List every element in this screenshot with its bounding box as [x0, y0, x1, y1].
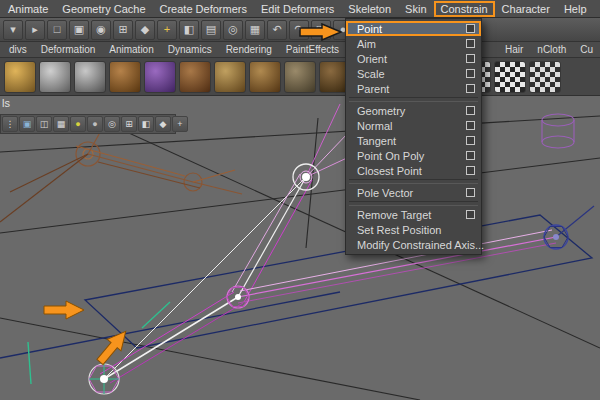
joint-mid: [227, 286, 249, 308]
menu-item-point[interactable]: Point: [346, 21, 481, 36]
menu-item-closest-point[interactable]: Closest Point: [346, 163, 481, 178]
image-plane-icon[interactable]: ▦: [53, 116, 69, 132]
menu-item-normal[interactable]: Normal: [346, 118, 481, 133]
tab-subdivs-clipped[interactable]: divs: [2, 42, 34, 57]
option-box-icon[interactable]: [466, 54, 475, 63]
menu-item-pole-vector[interactable]: Pole Vector: [346, 185, 481, 200]
select-by-component-icon[interactable]: ◉: [91, 20, 111, 40]
lighting-toggle-icon[interactable]: +: [172, 116, 188, 132]
option-box-icon[interactable]: [466, 106, 475, 115]
undo-icon[interactable]: ↶: [267, 20, 287, 40]
viewport[interactable]: ls ⋮ ▣ ◫ ▦ ● ● ◎ ⊞ ◧ ◆ +: [0, 96, 600, 400]
tab-dynamics[interactable]: Dynamics: [161, 42, 219, 57]
wireframe-mode-icon[interactable]: ◎: [104, 116, 120, 132]
make-live-icon[interactable]: ▤: [201, 20, 221, 40]
tab-rendering[interactable]: Rendering: [219, 42, 279, 57]
joint-root: [89, 364, 119, 394]
menubar-create-deformers[interactable]: Create Deformers: [153, 1, 254, 17]
option-box-icon[interactable]: [466, 166, 475, 175]
menu-separator: [349, 179, 478, 184]
shelf-joint-tool-icon[interactable]: [74, 61, 106, 93]
menu-option-label: Tangent: [357, 135, 396, 147]
option-box-icon[interactable]: [466, 210, 475, 219]
menubar-help[interactable]: Help: [557, 1, 594, 17]
menubar-animate[interactable]: Animate: [1, 1, 55, 17]
option-box-icon[interactable]: [466, 151, 475, 160]
shelf-texture-checker-icon[interactable]: [529, 61, 561, 93]
panel-handle-icon[interactable]: ⋮: [2, 116, 18, 132]
bookmark-icon[interactable]: ◫: [36, 116, 52, 132]
tab-deformation[interactable]: Deformation: [34, 42, 102, 57]
tab-animation[interactable]: Animation: [102, 42, 160, 57]
tab-painteffects[interactable]: PaintEffects: [279, 42, 346, 57]
shelf-wall-icon[interactable]: [284, 61, 316, 93]
menu-option-label: Point: [357, 23, 382, 35]
menubar-skeleton[interactable]: Skeleton: [341, 1, 398, 17]
menu-option-label: Normal: [357, 120, 392, 132]
snap-to-plane-icon[interactable]: ◧: [179, 20, 199, 40]
menu-option-label: Aim: [357, 38, 376, 50]
shelf-barrel-icon[interactable]: [249, 61, 281, 93]
input-connections-icon[interactable]: ◎: [223, 20, 243, 40]
panel-menu-clipped-text: ls: [2, 97, 10, 109]
menu-item-point-on-poly[interactable]: Point On Poly: [346, 148, 481, 163]
menu-item-modify-constrained-axis[interactable]: Modify Constrained Axis...: [346, 237, 481, 252]
tab-hair[interactable]: Hair: [498, 42, 530, 57]
shelf: [0, 58, 600, 96]
menu-item-tangent[interactable]: Tangent: [346, 133, 481, 148]
select-by-hierarchy-icon[interactable]: □: [47, 20, 67, 40]
option-box-icon[interactable]: [466, 84, 475, 93]
shelf-crate-brown-icon[interactable]: [109, 61, 141, 93]
annotation-arrow-menu: [298, 23, 344, 41]
snap-to-point-icon[interactable]: +: [157, 20, 177, 40]
menubar: Animate Geometry Cache Create Deformers …: [0, 0, 600, 18]
select-mode-icon[interactable]: ▸: [25, 20, 45, 40]
tab-custom-clipped[interactable]: Cu: [573, 42, 600, 57]
menu-item-aim[interactable]: Aim: [346, 36, 481, 51]
snap-to-curve-icon[interactable]: ◆: [135, 20, 155, 40]
option-box-icon[interactable]: [466, 69, 475, 78]
menubar-skin[interactable]: Skin: [398, 1, 433, 17]
shelf-planks-icon[interactable]: [179, 61, 211, 93]
menu-option-label: Pole Vector: [357, 187, 413, 199]
menubar-edit-deformers[interactable]: Edit Deformers: [254, 1, 341, 17]
menu-item-scale[interactable]: Scale: [346, 66, 481, 81]
xray-mode-icon[interactable]: ◆: [155, 116, 171, 132]
menu-option-label: Set Rest Position: [357, 224, 441, 236]
shaded-sphere-gray-icon[interactable]: ●: [87, 116, 103, 132]
menu-item-set-rest-position[interactable]: Set Rest Position: [346, 222, 481, 237]
shelf-sphere-gold-icon[interactable]: [4, 61, 36, 93]
tab-ncloth[interactable]: nCloth: [530, 42, 573, 57]
menubar-character[interactable]: Character: [495, 1, 557, 17]
camera-attrs-icon[interactable]: ▣: [19, 116, 35, 132]
shelf-tab-bar: divs Deformation Animation Dynamics Rend…: [0, 42, 600, 58]
option-box-icon[interactable]: [466, 136, 475, 145]
menu-option-label: Closest Point: [357, 165, 422, 177]
menu-option-label: Parent: [357, 83, 389, 95]
option-box-icon[interactable]: [466, 24, 475, 33]
menu-collapse-icon[interactable]: ▾: [3, 20, 23, 40]
isolate-select-icon[interactable]: ◧: [138, 116, 154, 132]
option-box-icon[interactable]: [466, 188, 475, 197]
select-by-object-icon[interactable]: ▣: [69, 20, 89, 40]
output-connections-icon[interactable]: ▦: [245, 20, 265, 40]
menu-separator: [349, 97, 478, 102]
shaded-sphere-yellow-icon[interactable]: ●: [70, 116, 86, 132]
shelf-prop-tan-icon[interactable]: [214, 61, 246, 93]
menu-item-orient[interactable]: Orient: [346, 51, 481, 66]
menubar-constrain[interactable]: Constrain: [434, 1, 495, 17]
menu-item-geometry[interactable]: Geometry: [346, 103, 481, 118]
shelf-texture-checker-icon[interactable]: [494, 61, 526, 93]
menubar-geometry-cache[interactable]: Geometry Cache: [55, 1, 152, 17]
menu-option-label: Orient: [357, 53, 387, 65]
annotation-arrow-up-right: [93, 326, 133, 368]
shelf-crate-purple-icon[interactable]: [144, 61, 176, 93]
option-box-icon[interactable]: [466, 121, 475, 130]
option-box-icon[interactable]: [466, 39, 475, 48]
snap-to-grid-icon[interactable]: ⊞: [113, 20, 133, 40]
menu-option-label: Remove Target: [357, 209, 431, 221]
menu-item-parent[interactable]: Parent: [346, 81, 481, 96]
shelf-sphere-gray-icon[interactable]: [39, 61, 71, 93]
grid-toggle-icon[interactable]: ⊞: [121, 116, 137, 132]
menu-item-remove-target[interactable]: Remove Target: [346, 207, 481, 222]
